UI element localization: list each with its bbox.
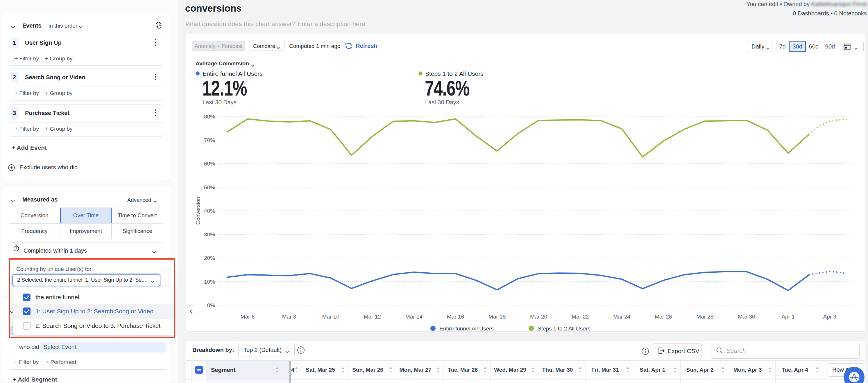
svg-text:Mar 30: Mar 30 — [738, 314, 755, 320]
svg-text:Mar 12: Mar 12 — [364, 314, 381, 320]
svg-text:40%: 40% — [204, 208, 215, 214]
svg-text:Mar 18: Mar 18 — [489, 314, 506, 320]
svg-text:50%: 50% — [204, 184, 215, 190]
svg-text:Mar 20: Mar 20 — [530, 314, 547, 320]
svg-text:70%: 70% — [204, 137, 215, 143]
svg-text:Mar 28: Mar 28 — [696, 314, 713, 320]
svg-text:10%: 10% — [204, 279, 215, 285]
svg-text:Conversion: Conversion — [195, 197, 201, 225]
svg-text:Mar 10: Mar 10 — [322, 314, 339, 320]
svg-text:Apr 1: Apr 1 — [781, 314, 795, 320]
svg-text:80%: 80% — [204, 113, 215, 119]
svg-text:60%: 60% — [204, 161, 215, 167]
svg-text:Mar 14: Mar 14 — [405, 314, 423, 320]
svg-text:Mar 24: Mar 24 — [613, 314, 630, 320]
svg-text:Apr 3: Apr 3 — [823, 314, 836, 320]
svg-text:20%: 20% — [204, 255, 215, 261]
svg-text:Mar 26: Mar 26 — [655, 314, 672, 320]
svg-text:Mar 6: Mar 6 — [241, 314, 255, 320]
svg-text:Mar 22: Mar 22 — [571, 314, 589, 320]
svg-text:Mar 16: Mar 16 — [447, 314, 464, 320]
svg-text:Mar 8: Mar 8 — [282, 314, 297, 320]
svg-text:30%: 30% — [204, 232, 215, 238]
svg-text:0%: 0% — [207, 302, 215, 308]
